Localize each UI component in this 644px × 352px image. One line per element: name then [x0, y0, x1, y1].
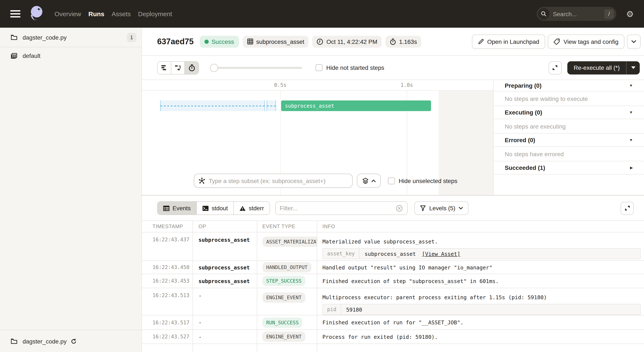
panel-empty-text: No steps are waiting to execute	[494, 91, 644, 106]
gantt-view-mode-group	[157, 61, 199, 74]
tab-events[interactable]: Events	[158, 202, 197, 215]
log-filter-input[interactable]	[280, 205, 396, 212]
log-section: Events stdout stderr	[142, 196, 644, 352]
caret-down-icon: ▼	[629, 138, 633, 142]
panel-empty-text: No steps are executing	[494, 119, 644, 134]
flat-view-icon	[161, 65, 168, 71]
job-label: default	[22, 52, 40, 59]
top-nav: Overview Runs Assets Deployment / ⚙	[0, 0, 644, 28]
event-log-table: TIMESTAMP OP EVENT TYPE INFO 16:22:43.43…	[142, 221, 644, 352]
reload-icon[interactable]	[70, 338, 76, 344]
panel-section-errored[interactable]: Errored (0) ▼	[494, 134, 644, 147]
expand-icon	[624, 205, 630, 211]
step-subset-input[interactable]	[209, 177, 348, 184]
warning-triangle-icon	[239, 205, 246, 211]
gantt-fullscreen-button[interactable]	[548, 61, 562, 74]
clock-icon	[317, 38, 324, 45]
event-info: Finished execution of step "subprocess_a…	[317, 274, 644, 288]
table-empty-row	[142, 344, 644, 352]
view-tags-config-button[interactable]: View tags and config	[548, 34, 624, 49]
sidebar: dagster_code.py 1 default dagster_code.p…	[0, 28, 142, 352]
graph-query-toggle-button[interactable]	[357, 174, 381, 188]
col-header-event-type: EVENT TYPE	[257, 221, 317, 232]
step-status-panel: Preparing (0) ▼ No steps are waiting to …	[493, 80, 644, 195]
panel-section-preparing[interactable]: Preparing (0) ▼	[494, 80, 644, 91]
axis-tick: 0.5s	[274, 82, 286, 88]
run-asset-tag[interactable]: subprocess_asset	[242, 35, 308, 47]
metadata-entry: pid 59180	[322, 304, 640, 315]
log-fullscreen-button[interactable]	[620, 202, 634, 215]
settings-gear-icon[interactable]: ⚙	[626, 9, 634, 18]
view-mode-timing-button[interactable]	[185, 61, 198, 74]
step-subset-row: Hide unselected steps	[142, 174, 493, 188]
log-toolbar: Events stdout stderr	[142, 196, 644, 221]
nav-item-assets[interactable]: Assets	[112, 10, 131, 17]
event-info: Multiprocess executor: parent process ex…	[322, 288, 644, 301]
tag-icon	[554, 38, 560, 45]
metadata-value: subprocess_asset	[364, 251, 416, 257]
nav-links: Overview Runs Assets Deployment	[54, 10, 172, 17]
table-row[interactable]: 16:22:43.517 - RUN_SUCCESS Finished exec…	[142, 315, 644, 330]
run-start-time: Oct 11, 4:22:42 PM	[312, 35, 382, 47]
hide-unselected-checkbox[interactable]	[388, 177, 395, 184]
search-input[interactable]	[553, 10, 604, 17]
chevron-down-icon	[631, 40, 636, 43]
tab-stdout[interactable]: stdout	[197, 202, 234, 215]
table-row[interactable]: 16:22:43.513 - ENGINE_EVENT Multiprocess…	[142, 288, 644, 315]
view-mode-waterfall-button[interactable]	[171, 61, 185, 74]
reexecute-dropdown-button[interactable]	[626, 61, 640, 74]
tab-stderr[interactable]: stderr	[234, 202, 270, 215]
gantt-zoom-slider[interactable]	[211, 67, 302, 69]
view-asset-link[interactable]: [View Asset]	[422, 251, 460, 257]
nav-item-runs[interactable]: Runs	[88, 10, 104, 17]
app: Overview Runs Assets Deployment / ⚙ dags…	[0, 0, 644, 352]
nav-item-overview[interactable]: Overview	[54, 10, 81, 17]
caret-down-icon	[631, 66, 635, 69]
col-header-op: OP	[193, 221, 257, 232]
run-header: 637aed75 Success subprocess_asset Oct 11…	[142, 28, 644, 56]
gantt-step-bar[interactable]: subprocess_asset	[281, 100, 431, 111]
open-in-launchpad-button[interactable]: Open in Launchpad	[472, 34, 545, 49]
gantt-controls: Hide not started steps Re-execute all (*…	[142, 56, 644, 80]
event-type-badge: STEP_SUCCESS	[262, 276, 306, 286]
hamburger-menu-icon[interactable]	[10, 8, 20, 19]
caret-up-icon	[372, 179, 376, 182]
chevron-down-icon	[459, 207, 463, 209]
caret-down-icon: ▼	[629, 83, 633, 88]
levels-filter-button[interactable]: Levels (5)	[414, 201, 469, 215]
step-waiting-region	[160, 100, 265, 111]
panel-empty-text: No steps have errored	[494, 147, 644, 161]
col-header-timestamp: TIMESTAMP	[142, 221, 193, 232]
nav-item-deployment[interactable]: Deployment	[138, 10, 172, 17]
metadata-key: pid	[323, 304, 341, 315]
global-search[interactable]: /	[537, 7, 616, 21]
hide-not-started-checkbox[interactable]	[316, 64, 322, 71]
hide-unselected-toggle[interactable]: Hide unselected steps	[388, 177, 458, 184]
log-filter-field[interactable]	[275, 201, 408, 215]
search-shortcut-key: /	[604, 9, 614, 18]
panel-section-executing[interactable]: Executing (0) ▼	[494, 106, 644, 119]
event-type-badge: RUN_SUCCESS	[262, 317, 302, 328]
panel-section-succeeded[interactable]: Succeeded (1) ▶	[494, 161, 644, 175]
step-subset-field[interactable]	[194, 174, 353, 188]
search-icon	[538, 8, 550, 19]
funnel-icon	[420, 205, 426, 211]
dagster-logo-icon[interactable]	[27, 4, 45, 24]
layers-icon	[362, 177, 369, 184]
event-info: Finished execution of run for "__ASSET_J…	[317, 315, 644, 330]
view-mode-flat-button[interactable]	[158, 61, 171, 74]
table-row[interactable]: 16:22:43.450 subprocess_asset HANDLED_OU…	[142, 261, 644, 274]
sidebar-code-location[interactable]: dagster_code.py 1	[0, 28, 142, 47]
run-actions-dropdown-button[interactable]	[627, 34, 640, 49]
slider-knob[interactable]	[210, 64, 218, 72]
sidebar-footer-code-location[interactable]: dagster_code.py	[0, 330, 142, 352]
table-row[interactable]: 16:22:43.527 - ENGINE_EVENT Process for …	[142, 330, 644, 344]
hide-not-started-toggle[interactable]: Hide not started steps	[316, 64, 384, 71]
table-row[interactable]: 16:22:43.437 subprocess_asset ASSET_MATE…	[142, 232, 644, 261]
sidebar-item-default[interactable]: default	[0, 47, 142, 64]
code-location-label: dagster_code.py	[22, 34, 67, 41]
asset-grid-icon	[247, 38, 253, 45]
reexecute-all-button[interactable]: Re-execute all (*)	[567, 61, 640, 74]
table-row[interactable]: 16:22:43.453 subprocess_asset STEP_SUCCE…	[142, 274, 644, 288]
clear-filter-icon[interactable]	[396, 205, 403, 212]
